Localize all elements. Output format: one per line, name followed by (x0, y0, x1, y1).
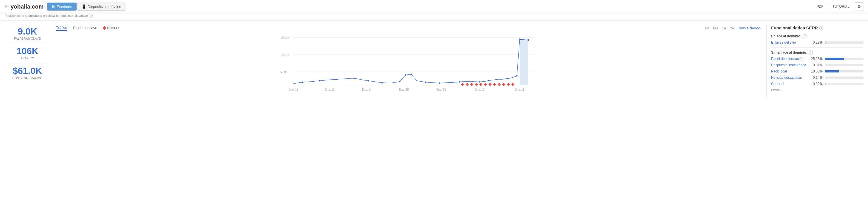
chart-area: Tráfico Palabras clave Notas ▾ 1M 6M 1A … (56, 25, 761, 97)
serp-row-panel-informacion-name[interactable]: Panel de información (771, 57, 808, 61)
time-filter-2a[interactable]: 2A (730, 26, 734, 30)
chart-tab-palabras-clave[interactable]: Palabras clave (73, 26, 97, 31)
svg-point-10 (336, 79, 338, 80)
stat-trafico-value: 106K (5, 46, 50, 56)
svg-rect-35 (488, 83, 491, 86)
tab-escritorio-label: Escritorio (57, 5, 72, 9)
svg-point-12 (368, 80, 369, 82)
serp-row-enlaces-sitio-bar-fill (825, 41, 826, 44)
svg-rect-30 (465, 83, 469, 86)
serp-title-info-icon[interactable]: i (819, 26, 824, 30)
serp-row-pack-local-name[interactable]: Pack local (771, 69, 808, 73)
svg-point-14 (399, 81, 401, 82)
time-filter-1m[interactable]: 1M (704, 26, 709, 30)
gear-icon: ⚙ (858, 4, 861, 9)
serp-section-enlace: Enlace al dominio: i (771, 34, 863, 38)
header-left: ✂ yobalia.com 🖥 Escritorio 📱 Dispositivo… (5, 3, 125, 10)
svg-text:Ene.'17: Ene.'17 (475, 88, 485, 91)
serp-row-respuesta-instantanea: Respuesta instantánea 0.01% (771, 63, 863, 67)
svg-rect-34 (484, 83, 487, 86)
svg-point-20 (459, 81, 461, 83)
time-filter-6m[interactable]: 6M (713, 26, 718, 30)
time-filters: 1M 6M 1A 2A Todo el tiempo (704, 26, 761, 30)
serp-row-respuesta-instantanea-name[interactable]: Respuesta instantánea (771, 63, 808, 67)
svg-point-26 (516, 75, 518, 77)
serp-otros[interactable]: Otros ▾ (771, 88, 863, 92)
time-filter-todo[interactable]: Todo el tiempo (738, 26, 761, 30)
serp-row-respuesta-instantanea-bar (825, 64, 863, 66)
subheader-info-icon[interactable]: i (89, 14, 93, 18)
subheader-text: Posiciones de la búsqueda orgánica for g… (5, 14, 88, 17)
main-content: 9.0K PALABRAS CLAVE 106K TRÁFICO $61.0K … (0, 21, 868, 102)
svg-rect-38 (502, 83, 505, 86)
svg-text:Ene.'16: Ene.'16 (436, 88, 446, 91)
serp-title: Funcionalidades SERP i (771, 25, 863, 30)
svg-point-18 (439, 82, 441, 84)
svg-marker-7 (520, 39, 528, 85)
stat-trafico: 106K TRÁFICO (5, 46, 50, 63)
pdf-button[interactable]: PDF (813, 3, 827, 10)
stat-coste-label: COSTE DE TRÁFICO (5, 77, 50, 80)
svg-text:Ene.'13: Ene.'13 (325, 88, 335, 91)
svg-rect-36 (493, 83, 496, 86)
serp-row-panel-informacion-bar (825, 58, 863, 60)
stats-panel: 9.0K PALABRAS CLAVE 106K TRÁFICO $61.0K … (5, 25, 50, 97)
chart-tab-notas-label: Notas (107, 26, 117, 30)
svg-point-13 (382, 82, 383, 84)
serp-section-sin-enlace: Sin enlace al dominio: i (771, 50, 863, 54)
svg-point-19 (451, 82, 452, 83)
serp-row-panel-informacion-bar-fill (825, 58, 844, 60)
logo-icon: ✂ (5, 3, 9, 10)
chart-container: 150.0K 100.0K 50.0K (56, 34, 761, 97)
gear-button[interactable]: ⚙ (855, 2, 863, 11)
chart-tabs: Tráfico Palabras clave Notas ▾ (56, 25, 119, 31)
serp-section-sin-enlace-label: Sin enlace al dominio: (771, 50, 807, 54)
serp-row-respuesta-instantanea-pct: 0.01% (811, 63, 823, 67)
serp-row-carrusel-name[interactable]: Carrusel (771, 82, 808, 86)
serp-section-enlace-label: Enlace al dominio: (771, 34, 801, 38)
chart-tab-notas[interactable]: Notas ▾ (103, 26, 119, 31)
tab-moviles[interactable]: 📱 Dispositivos móviles (77, 3, 125, 10)
svg-rect-29 (461, 83, 464, 86)
serp-title-text: Funcionalidades SERP (771, 25, 818, 30)
tutorial-button[interactable]: TUTORIAL (829, 3, 853, 10)
svg-rect-32 (474, 83, 478, 86)
serp-row-carrusel-pct: 0.32% (811, 82, 823, 86)
serp-row-noticias-destacadas-bar-fill (825, 76, 825, 79)
svg-text:Ene.'18: Ene.'18 (515, 88, 525, 91)
serp-row-carrusel-bar (825, 83, 863, 85)
svg-point-21 (468, 81, 469, 82)
tab-moviles-label: Dispositivos móviles (88, 5, 121, 9)
serp-section-enlace-info-icon[interactable]: i (803, 34, 807, 38)
stat-coste: $61.0K COSTE DE TRÁFICO (5, 66, 50, 82)
svg-point-27 (519, 39, 521, 40)
desktop-icon: 🖥 (52, 4, 55, 9)
tab-escritorio[interactable]: 🖥 Escritorio (47, 3, 76, 10)
serp-row-pack-local-pct: 18.60% (811, 69, 823, 73)
svg-text:Ene.'15: Ene.'15 (399, 88, 409, 91)
notes-chevron-icon: ▾ (118, 26, 119, 29)
serp-row-noticias-destacadas-pct: 0.14% (811, 76, 823, 80)
chart-header: Tráfico Palabras clave Notas ▾ 1M 6M 1A … (56, 25, 761, 31)
svg-rect-31 (470, 83, 473, 86)
serp-section-sin-enlace-info-icon[interactable]: i (809, 50, 813, 54)
svg-point-15 (405, 74, 406, 76)
serp-row-enlaces-sitio-bar (825, 41, 863, 44)
stat-palabras-clave-label: PALABRAS CLAVE (5, 37, 50, 40)
serp-row-pack-local-bar-fill (825, 70, 839, 72)
serp-row-enlaces-sitio-name[interactable]: Enlaces del sitio (771, 40, 808, 44)
stat-trafico-label: TRÁFICO (5, 57, 50, 60)
svg-point-28 (527, 39, 529, 41)
svg-text:150.0K: 150.0K (280, 36, 289, 39)
svg-point-22 (479, 81, 480, 83)
time-filter-1a[interactable]: 1A (722, 26, 726, 30)
serp-row-enlaces-sitio-pct: 0.28% (811, 40, 823, 44)
svg-rect-40 (511, 83, 514, 86)
svg-point-23 (488, 80, 489, 82)
serp-row-noticias-destacadas-name[interactable]: Noticias destacadas (771, 76, 808, 80)
stat-coste-value: $61.0K (5, 66, 50, 76)
svg-point-24 (496, 79, 498, 80)
chart-tab-trafico[interactable]: Tráfico (56, 25, 67, 31)
subheader: Posiciones de la búsqueda orgánica for g… (0, 13, 868, 20)
logo: ✂ yobalia.com (5, 3, 44, 10)
